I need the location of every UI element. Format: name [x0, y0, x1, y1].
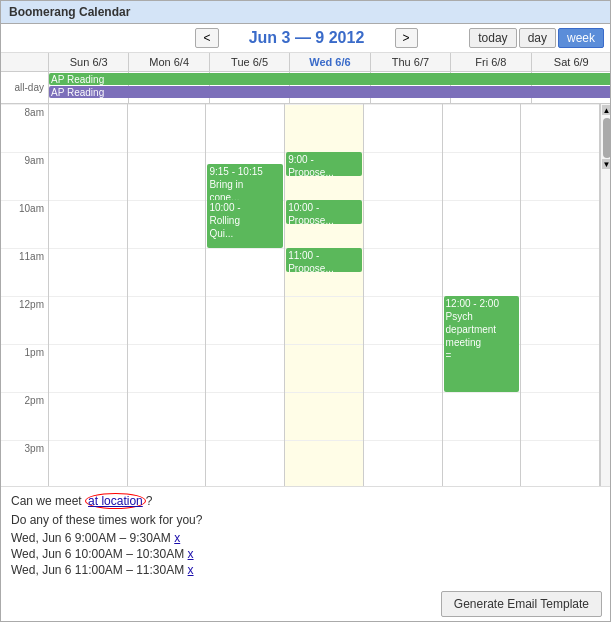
hour-line	[206, 248, 284, 249]
hour-line	[443, 440, 521, 441]
time-area: 8am9am10am11am12pm1pm2pm3pm 9:15 - 10:15…	[1, 104, 611, 486]
hour-line	[49, 152, 127, 153]
time-label-7: 3pm	[1, 440, 48, 486]
hour-line	[128, 200, 206, 201]
app-title: Boomerang Calendar	[9, 5, 130, 19]
remove-time-slot-0[interactable]: x	[174, 531, 180, 545]
time-label-0: 8am	[1, 104, 48, 152]
prompt-suffix: ?	[146, 494, 153, 508]
hour-line	[285, 104, 363, 105]
event-e4[interactable]: 10:00 - Propose...	[286, 200, 362, 224]
hour-line	[443, 392, 521, 393]
hour-line	[49, 200, 127, 201]
hour-line	[285, 296, 363, 297]
hour-line	[521, 200, 599, 201]
day-header-4: Thu 6/7	[371, 53, 451, 71]
hour-line	[206, 104, 284, 105]
remove-time-slot-2[interactable]: x	[188, 563, 194, 577]
header: < Jun 3 — 9 2012 > today day week	[1, 24, 611, 53]
day-header-0: Sun 6/3	[49, 53, 129, 71]
location-link[interactable]: at location	[85, 493, 146, 509]
time-label-6: 2pm	[1, 392, 48, 440]
hour-line	[364, 296, 442, 297]
hour-line	[128, 152, 206, 153]
app: Boomerang Calendar < Jun 3 — 9 2012 > to…	[1, 1, 611, 622]
time-label-1: 9am	[1, 152, 48, 200]
time-slot-2: Wed, Jun 6 11:00AM – 11:30AM x	[11, 563, 602, 577]
day-col-2: 9:15 - 10:15 Bring in cone...10:00 - Rol…	[206, 104, 285, 486]
hour-line	[128, 248, 206, 249]
hour-line	[364, 152, 442, 153]
today-button[interactable]: today	[469, 28, 516, 48]
time-slot-1: Wed, Jun 6 10:00AM – 10:30AM x	[11, 547, 602, 561]
hour-line	[285, 440, 363, 441]
event-e3[interactable]: 9:00 - Propose...	[286, 152, 362, 176]
hour-line	[206, 440, 284, 441]
time-label-4: 12pm	[1, 296, 48, 344]
hour-line	[206, 296, 284, 297]
hour-line	[128, 344, 206, 345]
hour-line	[128, 104, 206, 105]
hour-line	[49, 392, 127, 393]
day-button[interactable]: day	[519, 28, 556, 48]
generate-email-button[interactable]: Generate Email Template	[441, 591, 602, 617]
time-slots-list: Wed, Jun 6 9:00AM – 9:30AM xWed, Jun 6 1…	[11, 531, 602, 577]
remove-time-slot-1[interactable]: x	[188, 547, 194, 561]
hour-line	[206, 344, 284, 345]
hour-line	[128, 296, 206, 297]
hour-line	[443, 104, 521, 105]
hour-line	[49, 104, 127, 105]
header-empty	[1, 53, 49, 71]
hour-line	[364, 440, 442, 441]
next-button[interactable]: >	[395, 28, 418, 48]
hour-line	[364, 392, 442, 393]
calendar: Sun 6/3Mon 6/4Tue 6/5Wed 6/6Thu 6/7Fri 6…	[1, 53, 611, 487]
scroll-down[interactable]: ▼	[602, 159, 612, 169]
prev-button[interactable]: <	[195, 28, 218, 48]
titlebar: Boomerang Calendar	[1, 1, 611, 24]
day-header-2: Tue 6/5	[210, 53, 290, 71]
time-slot-label-1: Wed, Jun 6 10:00AM – 10:30AM	[11, 547, 184, 561]
hour-line	[49, 248, 127, 249]
scroll-thumb[interactable]	[603, 118, 611, 158]
event-e2[interactable]: 10:00 - Rolling Qui...	[207, 200, 283, 248]
hour-line	[521, 440, 599, 441]
time-slot-0: Wed, Jun 6 9:00AM – 9:30AM x	[11, 531, 602, 545]
allday-label: all-day	[1, 72, 49, 103]
day-col-3: 9:00 - Propose...10:00 - Propose...11:00…	[285, 104, 364, 486]
hour-line	[128, 392, 206, 393]
day-header-3: Wed 6/6	[290, 53, 370, 71]
day-col-6	[521, 104, 600, 486]
event-e5[interactable]: 11:00 - Propose...	[286, 248, 362, 272]
hour-line	[285, 392, 363, 393]
prompt-text: Can we meet at location?	[11, 493, 602, 509]
hour-line	[206, 152, 284, 153]
hour-line	[364, 344, 442, 345]
day-col-4	[364, 104, 443, 486]
hour-line	[521, 152, 599, 153]
hour-line	[364, 200, 442, 201]
hour-line	[364, 248, 442, 249]
hour-line	[443, 248, 521, 249]
day-headers: Sun 6/3Mon 6/4Tue 6/5Wed 6/6Thu 6/7Fri 6…	[1, 53, 611, 72]
week-label: Jun 3 — 9 2012	[227, 29, 387, 47]
time-label-2: 10am	[1, 200, 48, 248]
time-slot-label-2: Wed, Jun 6 11:00AM – 11:30AM	[11, 563, 184, 577]
hour-line	[521, 248, 599, 249]
allday-event-0[interactable]: AP Reading	[49, 73, 611, 85]
hour-line	[49, 296, 127, 297]
week-button[interactable]: week	[558, 28, 604, 48]
hour-line	[521, 104, 599, 105]
event-e6[interactable]: 12:00 - 2:00 Psych department meeting =	[444, 296, 520, 392]
prompt-prefix: Can we meet	[11, 494, 85, 508]
time-label-5: 1pm	[1, 344, 48, 392]
day-header-6: Sat 6/9	[532, 53, 611, 71]
scroll-up[interactable]: ▲	[602, 105, 612, 115]
hour-line	[206, 392, 284, 393]
allday-event-1[interactable]: AP Reading	[49, 86, 611, 98]
time-label-3: 11am	[1, 248, 48, 296]
scrollbar[interactable]: ▲ ▼	[600, 104, 611, 486]
footer: Generate Email Template	[1, 585, 611, 622]
time-labels: 8am9am10am11am12pm1pm2pm3pm	[1, 104, 49, 486]
day-col-1	[128, 104, 207, 486]
